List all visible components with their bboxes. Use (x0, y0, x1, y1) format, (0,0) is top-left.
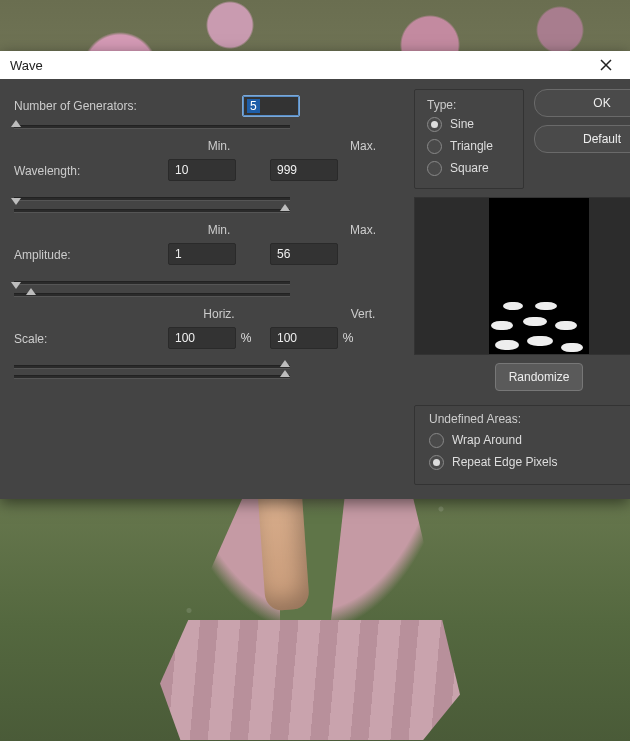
radio-dot-icon (429, 455, 444, 470)
close-icon[interactable] (590, 51, 622, 79)
type-option-square: Square (450, 161, 489, 175)
wave-dialog: Wave Number of Generators: 5 Min. Max. (0, 51, 630, 499)
type-radio-square[interactable]: Square (427, 158, 513, 178)
type-label: Type: (427, 98, 513, 112)
scale-label: Scale: (14, 330, 168, 346)
default-button[interactable]: Default (534, 125, 630, 153)
amplitude-max-input[interactable] (270, 243, 338, 265)
scale-vert-pct: % (338, 331, 358, 345)
radio-dot-icon (427, 161, 442, 176)
undef-option-repeat: Repeat Edge Pixels (452, 455, 557, 469)
scale-horiz-input[interactable] (168, 327, 236, 349)
scale-vert-slider[interactable] (14, 373, 290, 379)
amplitude-min-label: Min. (174, 223, 264, 237)
undefined-areas-label: Undefined Areas: (429, 412, 630, 426)
undefined-areas-group: Undefined Areas: Wrap Around Repeat Edge… (414, 405, 630, 485)
scale-horiz-pct: % (236, 331, 256, 345)
scale-vert-input[interactable] (270, 327, 338, 349)
scale-horiz-slider[interactable] (14, 363, 290, 369)
radio-dot-icon (427, 139, 442, 154)
scale-horiz-label: Horiz. (174, 307, 264, 321)
undef-option-wrap: Wrap Around (452, 433, 522, 447)
dialog-titlebar[interactable]: Wave (0, 51, 630, 79)
generators-label: Number of Generators: (14, 99, 164, 113)
type-radio-triangle[interactable]: Triangle (427, 136, 513, 156)
generators-input[interactable]: 5 (242, 95, 300, 117)
type-radio-sine[interactable]: Sine (427, 114, 513, 134)
wavelength-min-slider[interactable] (14, 195, 290, 201)
generators-value: 5 (247, 99, 260, 113)
wavelength-max-label: Max. (318, 139, 408, 153)
wavelength-min-label: Min. (174, 139, 264, 153)
generators-slider[interactable] (14, 123, 290, 129)
wavelength-max-input[interactable] (270, 159, 338, 181)
type-option-triangle: Triangle (450, 139, 493, 153)
amplitude-min-input[interactable] (168, 243, 236, 265)
scale-vert-label: Vert. (318, 307, 408, 321)
radio-dot-icon (427, 117, 442, 132)
wavelength-max-slider[interactable] (14, 207, 290, 213)
type-option-sine: Sine (450, 117, 474, 131)
amplitude-label: Amplitude: (14, 246, 168, 262)
ok-button[interactable]: OK (534, 89, 630, 117)
type-group: Type: Sine Triangle Square (414, 89, 524, 189)
undef-radio-wrap[interactable]: Wrap Around (429, 430, 630, 450)
undef-radio-repeat[interactable]: Repeat Edge Pixels (429, 452, 630, 472)
amplitude-max-slider[interactable] (14, 291, 290, 297)
radio-dot-icon (429, 433, 444, 448)
dialog-title: Wave (10, 58, 43, 73)
amplitude-max-label: Max. (318, 223, 408, 237)
wavelength-label: Wavelength: (14, 162, 168, 178)
amplitude-min-slider[interactable] (14, 279, 290, 285)
randomize-button[interactable]: Randomize (495, 363, 583, 391)
wavelength-min-input[interactable] (168, 159, 236, 181)
effect-preview (414, 197, 630, 355)
